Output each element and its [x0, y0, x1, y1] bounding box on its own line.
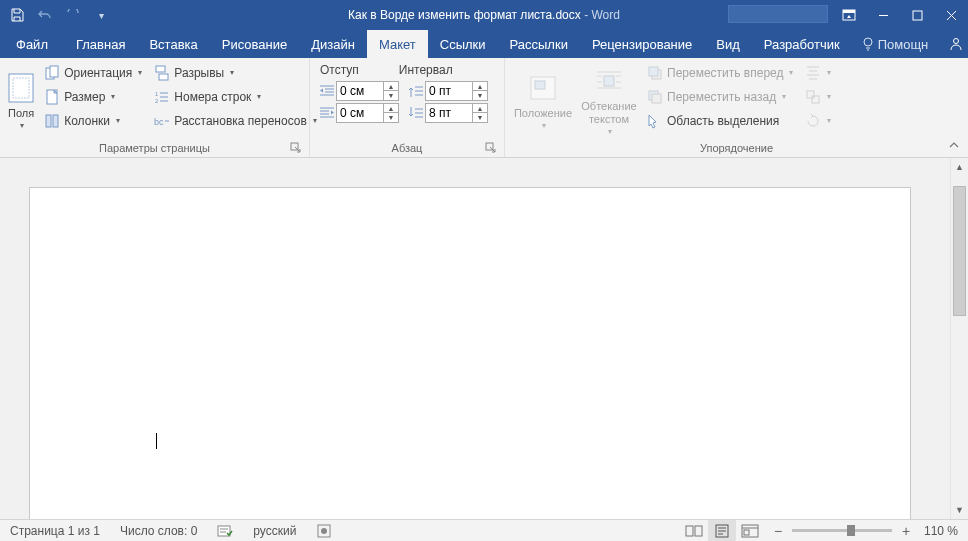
zoom-in-button[interactable]: + [898, 523, 914, 539]
spacing-before-input[interactable] [425, 81, 473, 101]
indent-right-down[interactable]: ▼ [384, 113, 398, 122]
close-button[interactable] [934, 0, 968, 30]
minimize-button[interactable] [866, 0, 900, 30]
align-button: ▾ [801, 61, 835, 84]
spacing-before-down[interactable]: ▼ [473, 91, 487, 100]
zoom-out-button[interactable]: − [770, 523, 786, 539]
page-number-status[interactable]: Страница 1 из 1 [0, 520, 110, 541]
chevron-down-icon: ▾ [230, 68, 234, 77]
chevron-down-icon: ▾ [138, 68, 142, 77]
svg-point-30 [321, 528, 327, 534]
save-button[interactable] [8, 6, 26, 24]
indent-left-up[interactable]: ▲ [384, 82, 398, 91]
spacing-after-up[interactable]: ▲ [473, 104, 487, 113]
svg-rect-1 [843, 10, 855, 13]
status-bar: Страница 1 из 1 Число слов: 0 русский − … [0, 519, 968, 541]
spacing-before-control: ▲▼ [407, 81, 488, 101]
zoom-level[interactable]: 110 % [920, 520, 968, 541]
print-layout-button[interactable] [708, 520, 736, 541]
tab-insert[interactable]: Вставка [137, 30, 209, 58]
tab-view[interactable]: Вид [704, 30, 752, 58]
scroll-track[interactable] [953, 176, 966, 501]
share-button[interactable] [938, 30, 968, 58]
svg-rect-2 [913, 11, 922, 20]
group-page-setup: Поля ▾ Ориентация▾ Размер▾ Колонки▾ [0, 58, 310, 157]
vertical-scrollbar[interactable]: ▲ ▼ [950, 158, 968, 519]
selection-pane-button[interactable]: Область выделения [643, 109, 797, 132]
spelling-status[interactable] [207, 520, 243, 541]
group-paragraph-label: Абзац [314, 139, 500, 157]
indent-right-up[interactable]: ▲ [384, 104, 398, 113]
line-numbers-button[interactable]: 12 Номера строк▾ [150, 85, 321, 108]
tab-design[interactable]: Дизайн [299, 30, 367, 58]
account-box[interactable] [728, 5, 828, 23]
tab-layout[interactable]: Макет [367, 30, 428, 58]
tell-me-search[interactable]: Помощн [852, 30, 939, 58]
scroll-up-button[interactable]: ▲ [951, 158, 968, 176]
read-mode-button[interactable] [680, 520, 708, 541]
spacing-before-icon [407, 82, 425, 100]
svg-rect-13 [159, 74, 168, 80]
chevron-down-icon: ▾ [111, 92, 115, 101]
zoom-thumb[interactable] [847, 525, 855, 536]
line-numbers-label: Номера строк [174, 90, 251, 104]
spelling-icon [217, 523, 233, 539]
size-button[interactable]: Размер▾ [40, 85, 146, 108]
hyphenation-button[interactable]: bc Расстановка переносов▾ [150, 109, 321, 132]
chevron-down-icon: ▾ [827, 116, 831, 125]
page-setup-launcher[interactable] [290, 142, 303, 155]
zoom-slider[interactable] [792, 529, 892, 532]
paragraph-launcher[interactable] [485, 142, 498, 155]
chevron-down-icon: ▾ [789, 68, 793, 77]
breaks-icon [154, 65, 170, 81]
workspace: ▲ ▼ [0, 158, 968, 519]
tab-developer[interactable]: Разработчик [752, 30, 852, 58]
spacing-after-input[interactable] [425, 103, 473, 123]
macro-status[interactable] [306, 520, 342, 541]
indent-header: Отступ [320, 63, 359, 77]
tab-review[interactable]: Рецензирование [580, 30, 704, 58]
indent-left-input[interactable] [336, 81, 384, 101]
redo-button[interactable] [64, 6, 82, 24]
tab-draw[interactable]: Рисование [210, 30, 299, 58]
wrap-text-label: Обтекание текстом [581, 100, 637, 124]
spacing-after-down[interactable]: ▼ [473, 113, 487, 122]
breaks-button[interactable]: Разрывы▾ [150, 61, 321, 84]
qat-customize-button[interactable]: ▾ [92, 6, 110, 24]
tab-home[interactable]: Главная [64, 30, 137, 58]
tab-file[interactable]: Файл [0, 30, 64, 58]
tab-references[interactable]: Ссылки [428, 30, 498, 58]
scroll-down-button[interactable]: ▼ [951, 501, 968, 519]
zoom-control: − + [764, 523, 920, 539]
chevron-down-icon: ▾ [542, 121, 546, 130]
page[interactable] [30, 188, 910, 519]
app-name: Word [591, 8, 619, 22]
send-backward-icon [647, 89, 663, 105]
chevron-down-icon: ▾ [257, 92, 261, 101]
undo-button[interactable] [36, 6, 54, 24]
rotate-button: ▾ [801, 109, 835, 132]
chevron-down-icon: ▾ [782, 92, 786, 101]
orientation-button[interactable]: Ориентация▾ [40, 61, 146, 84]
spacing-before-up[interactable]: ▲ [473, 82, 487, 91]
indent-left-down[interactable]: ▼ [384, 91, 398, 100]
tab-mailings[interactable]: Рассылки [498, 30, 580, 58]
ribbon-display-options-button[interactable] [832, 0, 866, 30]
web-layout-button[interactable] [736, 520, 764, 541]
document-name: Как в Ворде изменить формат листа.docx [348, 8, 581, 22]
maximize-button[interactable] [900, 0, 934, 30]
svg-rect-21 [604, 76, 614, 86]
margins-button[interactable]: Поля ▾ [4, 61, 38, 139]
document-area[interactable] [0, 158, 946, 519]
text-cursor [156, 433, 157, 449]
group-arrange: Положение ▾ Обтекание текстом ▾ Перемест… [505, 58, 968, 157]
orientation-icon [44, 65, 60, 81]
collapse-ribbon-button[interactable] [946, 137, 962, 153]
align-icon [805, 65, 821, 81]
scroll-thumb[interactable] [953, 186, 966, 316]
position-label: Положение [514, 107, 572, 119]
columns-button[interactable]: Колонки▾ [40, 109, 146, 132]
word-count-status[interactable]: Число слов: 0 [110, 520, 207, 541]
language-status[interactable]: русский [243, 520, 306, 541]
indent-right-input[interactable] [336, 103, 384, 123]
